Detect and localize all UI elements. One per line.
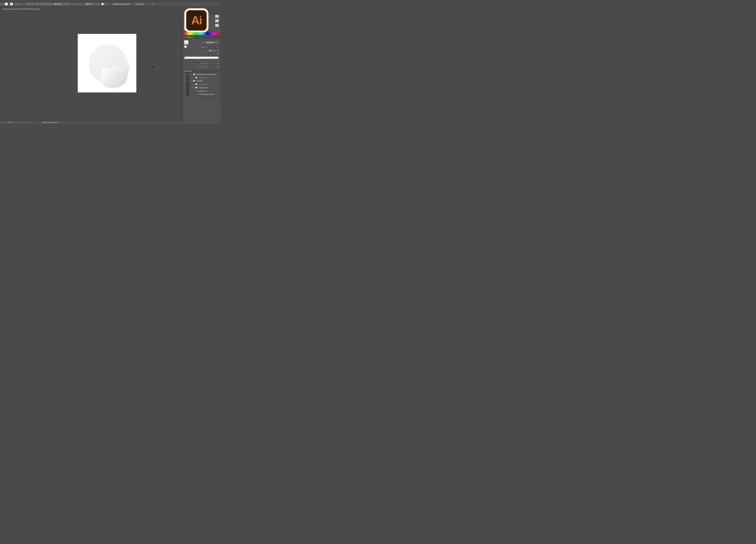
- folder-icon: [195, 86, 198, 89]
- gradient-opacity-dropdown[interactable]: ▾: [217, 62, 219, 65]
- nav-last-button[interactable]: ▸|: [29, 121, 32, 124]
- action-check[interactable]: [183, 86, 186, 89]
- swatch-slot-3[interactable]: [215, 24, 219, 27]
- action-disclosure[interactable]: [191, 83, 195, 86]
- align-dropdown[interactable]: ▾: [152, 3, 154, 6]
- action-disclosure[interactable]: [189, 79, 192, 83]
- gradient-ramp[interactable]: [184, 57, 219, 59]
- gradient-panel-body: Тип: Линейный Обводка: △ 90° ▾ ⬭: [183, 39, 220, 70]
- action-row[interactable]: Воспроизвести оп...: [183, 93, 220, 96]
- action-label: Операции по умолчанию: [196, 73, 220, 75]
- nav-prev-button[interactable]: ◂: [16, 121, 19, 124]
- actions-new-set-button[interactable]: [209, 97, 212, 99]
- action-check[interactable]: [183, 76, 186, 79]
- opacity-field[interactable]: 100%▾: [85, 3, 94, 6]
- stroke-swatch[interactable]: [10, 3, 13, 6]
- folder-icon: [192, 79, 196, 83]
- action-row[interactable]: Сохранить 2: [183, 83, 220, 86]
- action-row[interactable]: ▢Операции по умолчанию: [183, 73, 220, 76]
- action-dialog-toggle[interactable]: [186, 83, 189, 86]
- gradient-opacity-field[interactable]: [208, 62, 216, 65]
- action-disclosure[interactable]: [196, 93, 199, 96]
- action-dialog-toggle[interactable]: ▢: [186, 79, 189, 83]
- gradient-preview[interactable]: [184, 40, 189, 45]
- aspect-icon: ⬭: [206, 53, 208, 55]
- gradient-stroke-label: Обводка:: [201, 46, 208, 48]
- action-dialog-toggle[interactable]: [186, 76, 189, 79]
- artboard[interactable]: [78, 34, 137, 93]
- gradient-type-dropdown[interactable]: Линейный: [205, 41, 219, 44]
- actions-stop-button[interactable]: [198, 97, 201, 99]
- gradient-aspect-field[interactable]: [208, 53, 216, 55]
- cursor-icon: ➤: [152, 65, 154, 68]
- doc-tab-close-icon[interactable]: ×: [41, 8, 42, 10]
- actions-new-action-button[interactable]: [213, 97, 216, 99]
- action-dialog-toggle[interactable]: [186, 93, 189, 96]
- style-label: Стиль:: [94, 3, 101, 5]
- gradient-stroke-mode-1[interactable]: [208, 46, 212, 48]
- gradient-stroke-mode-3[interactable]: [216, 46, 219, 48]
- status-icon-1[interactable]: ▭: [0, 121, 3, 124]
- gradient-position-dropdown[interactable]: ▾: [217, 65, 219, 68]
- gradient-fill-none[interactable]: [184, 45, 187, 48]
- action-row[interactable]: ▢500*500: [183, 79, 220, 83]
- gradient-stroke-mode-2[interactable]: [212, 46, 215, 48]
- gradient-stop-left[interactable]: [184, 59, 185, 60]
- folder-icon: [192, 73, 196, 76]
- swatch-slot-1[interactable]: [215, 15, 219, 18]
- control-bar: ения Обводка: ▲▼ ▾ ▾ Овал 3 pt.▾ Непрозр…: [0, 2, 220, 6]
- action-dialog-toggle[interactable]: [186, 86, 189, 89]
- document-params-button[interactable]: Параметры документа: [111, 2, 133, 6]
- action-row[interactable]: Сохранить: [183, 76, 220, 79]
- stroke-weight-dropdown[interactable]: ▾: [25, 3, 34, 6]
- stroke-weight-stepper[interactable]: ▲▼: [22, 3, 24, 6]
- folder-icon: [195, 76, 198, 79]
- gradient-stop-mid[interactable]: [198, 59, 200, 60]
- artboard-number-field[interactable]: 1: [19, 121, 26, 124]
- action-disclosure[interactable]: [193, 89, 197, 93]
- gradient-reverse-button[interactable]: [184, 49, 187, 52]
- swatch-slot-2[interactable]: [215, 19, 219, 23]
- actions-footer: [183, 96, 220, 100]
- color-spectrum-bar[interactable]: [184, 32, 219, 35]
- action-dialog-toggle[interactable]: [186, 89, 189, 93]
- actions-delete-button[interactable]: [217, 97, 220, 99]
- gradient-aspect-dropdown[interactable]: ▾: [217, 53, 219, 55]
- brush-dropdown[interactable]: Овал 3 pt.▾: [53, 3, 70, 6]
- folder-icon: [195, 83, 198, 86]
- stroke-profile-dropdown[interactable]: ▾: [34, 3, 52, 6]
- canvas-area[interactable]: ➤: [2, 11, 182, 122]
- action-dialog-toggle[interactable]: ▢: [186, 73, 189, 76]
- action-label: Сохранить: [198, 77, 220, 79]
- action-disclosure[interactable]: [191, 86, 195, 89]
- doc-tab-bar: Безымянный-15* @ 8,33% (RGB/Просмотр) ×: [2, 7, 43, 11]
- status-icon-2[interactable]: ↗: [3, 121, 7, 124]
- gradient-angle-dropdown[interactable]: ▾: [217, 49, 219, 52]
- gradient-position-field[interactable]: [208, 65, 216, 68]
- settings-button[interactable]: Установки: [133, 2, 146, 6]
- fill-swatch[interactable]: [5, 3, 8, 6]
- gradient-angle-field[interactable]: 90°: [208, 49, 216, 52]
- nav-next-button[interactable]: ▸: [26, 121, 29, 124]
- nav-first-button[interactable]: |◂: [13, 121, 16, 124]
- align-icon[interactable]: ⫞|⫠: [149, 3, 152, 5]
- style-swatch[interactable]: [101, 3, 104, 5]
- action-check[interactable]: [183, 89, 186, 93]
- zoom-field[interactable]: 8.33%: [7, 121, 13, 124]
- action-check[interactable]: [183, 79, 186, 83]
- action-row[interactable]: Сохранить 3: [183, 89, 220, 93]
- status-bar: ▭ ↗ 8.33% |◂ ◂ 1 ▸ ▸| Выделенный фрагмен…: [0, 121, 220, 124]
- gradient-panel-header[interactable]: Градиент: [183, 36, 220, 39]
- action-check[interactable]: [183, 93, 186, 96]
- actions-play-button[interactable]: [206, 97, 209, 99]
- action-check[interactable]: [183, 83, 186, 86]
- gradient-opacity-label: Непрозр.:: [200, 62, 208, 64]
- style-dropdown[interactable]: ▾: [104, 3, 106, 6]
- action-label: 500*500: [196, 80, 220, 82]
- actions-panel-header[interactable]: Операции: [183, 70, 220, 73]
- actions-record-button[interactable]: [202, 97, 205, 99]
- action-disclosure[interactable]: [189, 73, 192, 76]
- action-row[interactable]: Сохранить 3: [183, 86, 220, 89]
- doc-tab[interactable]: Безымянный-15* @ 8,33% (RGB/Просмотр) ×: [2, 7, 43, 11]
- action-check[interactable]: [183, 73, 186, 76]
